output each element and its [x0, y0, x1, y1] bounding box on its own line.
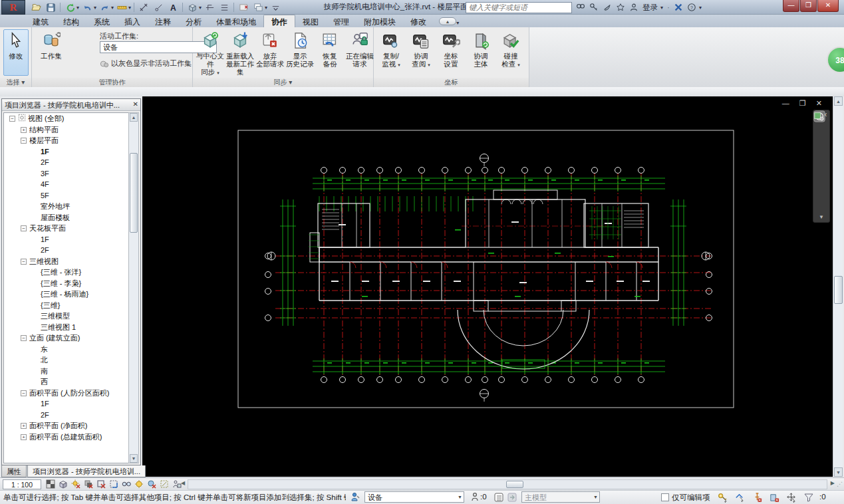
collapse-icon[interactable]: − [21, 259, 27, 265]
tree-item[interactable]: 北 [4, 354, 129, 366]
keyring-icon[interactable] [589, 3, 599, 12]
analytical-model-off-button[interactable] [146, 479, 157, 491]
tree-item[interactable]: {三维 - 杨雨迪} [4, 289, 129, 300]
tree-item[interactable]: 4F [4, 179, 129, 190]
minimize-button[interactable]: — [783, 0, 799, 12]
project-browser-title[interactable]: 项目浏览器 - 技师学院机电培训中...✕ [2, 99, 140, 111]
tree-item[interactable]: −楼层平面 [4, 135, 129, 146]
expand-icon[interactable]: + [21, 434, 27, 440]
horizontal-scroll-thumb[interactable] [506, 481, 523, 488]
design-options-icon[interactable] [493, 492, 504, 504]
collapse-icon[interactable]: − [21, 390, 27, 396]
view-window-controls[interactable]: — ❐ ✕ [782, 99, 826, 108]
default-3d-view-button[interactable] [186, 1, 199, 13]
tree-item[interactable]: 室外地坪 [4, 201, 129, 212]
aligned-dimension-button[interactable] [137, 1, 150, 13]
reveal-hidden-button[interactable] [134, 479, 144, 491]
select-by-face-button[interactable] [769, 492, 779, 504]
filter-icon[interactable] [803, 492, 814, 504]
tree-item[interactable]: 1F [4, 146, 129, 158]
canvas-vertical-scrollbar[interactable]: ▲ ▼ [833, 96, 843, 477]
active-workset-combobox[interactable]: 设备▼ [364, 491, 464, 503]
chevron-down-icon[interactable]: ▾ [111, 5, 114, 11]
scroll-left-icon[interactable]: ◀ [181, 480, 185, 486]
synchronize-panel-label[interactable]: 同步 ▾ [193, 78, 373, 87]
scroll-down-icon[interactable]: ▼ [130, 454, 138, 463]
sync-button[interactable] [63, 1, 76, 13]
close-hidden-windows-button[interactable] [237, 1, 250, 13]
favorites-icon[interactable] [616, 3, 625, 12]
scroll-up-icon[interactable]: ▲ [130, 113, 138, 122]
ribbon-display-dropdown-icon[interactable]: ▾ [455, 20, 459, 26]
tree-item[interactable]: +结构平面 [4, 124, 129, 136]
tree-item[interactable]: 2F [4, 245, 129, 256]
drag-on-selection-button[interactable] [786, 492, 797, 504]
expand-icon[interactable]: + [21, 423, 27, 429]
chevron-down-icon[interactable]: ▾ [199, 5, 202, 11]
interference-check-button[interactable]: 碰撞检查 ▾ [496, 29, 525, 76]
tree-item[interactable]: +面积平面 (净面积) [4, 420, 129, 432]
collapse-icon[interactable]: − [21, 225, 27, 231]
close-icon[interactable]: ✕ [133, 100, 138, 108]
help-icon[interactable]: ? [687, 3, 696, 12]
tree-item[interactable]: 2F [4, 157, 129, 168]
tree-item[interactable]: {三维 - 张洋} [4, 267, 129, 278]
tree-item[interactable]: 2F [4, 410, 129, 421]
undo-button[interactable] [80, 1, 94, 13]
zoom-tool-icon[interactable] [813, 110, 825, 122]
tree-item[interactable]: 5F [4, 190, 129, 201]
shadows-off-button[interactable] [83, 479, 94, 491]
relinquish-button[interactable]: 放弃全部请求 [255, 29, 285, 76]
editing-requests-button[interactable]: 正在编辑请求 [345, 29, 374, 76]
tree-item[interactable]: −天花板平面 [4, 223, 129, 234]
editable-only-keys-button[interactable] [717, 492, 728, 504]
section-button[interactable] [203, 1, 216, 13]
tree-item[interactable]: −三维视图 [4, 256, 129, 267]
vertical-scroll-thumb[interactable] [834, 276, 843, 304]
temporary-hide-isolate-button[interactable] [121, 479, 132, 491]
tree-item[interactable]: −面积平面 (人防分区面积) [4, 388, 129, 399]
expand-icon[interactable]: + [21, 127, 27, 133]
coordination-review-button[interactable]: 协调查阅 ▾ [406, 29, 436, 76]
scroll-down-icon[interactable]: ▼ [834, 467, 843, 477]
login-button[interactable]: 登录 [642, 3, 658, 13]
infocenter-search-input[interactable] [466, 2, 572, 13]
chevron-down-icon[interactable]: ▾ [428, 63, 430, 67]
customize-qat-button[interactable] [269, 1, 282, 13]
worksets-button[interactable]: 工作集 [36, 29, 67, 76]
design-option-combobox[interactable]: 主模型▼ [521, 491, 600, 503]
scroll-up-icon[interactable]: ▲ [834, 96, 843, 106]
detail-level-button[interactable] [58, 479, 69, 491]
tree-item[interactable]: 东 [4, 344, 129, 355]
tree-item[interactable]: 南 [4, 366, 129, 377]
close-button[interactable]: ✕ [817, 0, 839, 12]
collapse-icon[interactable]: − [9, 116, 15, 122]
coordination-host-button[interactable]: 协调主体 [466, 29, 495, 76]
editing-requests-icon[interactable] [470, 492, 480, 504]
chevron-down-icon[interactable]: ▾ [398, 63, 400, 67]
visual-style-button[interactable] [45, 479, 56, 491]
editable-only-checkbox[interactable] [661, 493, 669, 501]
chevron-down-icon[interactable]: ▾ [94, 5, 96, 11]
tree-item[interactable]: {三维 - 李枭} [4, 278, 129, 289]
subscription-icon[interactable] [603, 3, 612, 12]
login-dropdown-icon[interactable]: ▾ [660, 5, 663, 11]
navbar-more-icon[interactable]: ▼ [819, 214, 824, 220]
tree-item[interactable]: 三维模型 [4, 311, 129, 322]
history-button[interactable]: 显示历史记录 [285, 29, 315, 76]
save-button[interactable] [44, 1, 57, 13]
tree-item[interactable]: −立面 (建筑立面) [4, 332, 129, 344]
show-crop-button[interactable] [108, 479, 119, 491]
tree-item[interactable]: 西 [4, 376, 129, 388]
tree-item[interactable]: 三维视图 1 [4, 322, 129, 333]
redo-button[interactable] [98, 1, 111, 13]
collapse-icon[interactable]: − [21, 335, 27, 341]
gray-inactive-worksets-toggle[interactable]: 以灰色显示非活动工作集 [100, 59, 192, 68]
chevron-down-icon[interactable]: ▾ [265, 5, 267, 11]
panel-tab-properties[interactable]: 属性 [1, 465, 27, 477]
browser-scroll-thumb[interactable] [130, 153, 138, 233]
canvas-horizontal-scrollbar[interactable] [188, 479, 827, 489]
crop-off-button[interactable] [96, 479, 106, 491]
tree-item[interactable]: − 视图 (全部) [4, 113, 129, 124]
reload-latest-button[interactable]: 重新载入最新工作集 [225, 29, 255, 76]
